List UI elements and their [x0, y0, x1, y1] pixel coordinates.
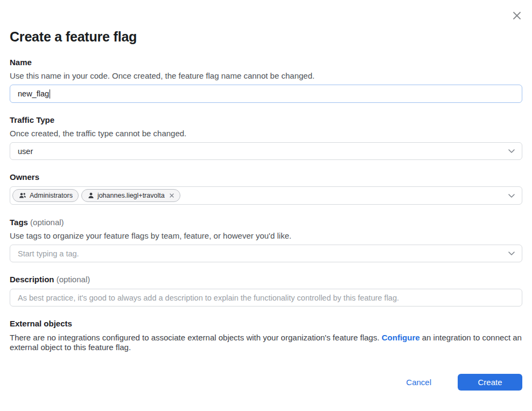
owner-chip-user[interactable]: johannes.liegl+travolta — [81, 189, 180, 202]
description-field-group: Description (optional) As best practice,… — [10, 275, 522, 306]
traffic-type-selected-value: user — [18, 147, 33, 156]
configure-link[interactable]: Configure — [382, 333, 420, 342]
person-icon — [88, 192, 94, 199]
tags-optional-hint: (optional) — [30, 218, 64, 227]
external-objects-text: There are no integrations configured to … — [10, 333, 522, 352]
traffic-type-help-text: Once created, the traffic type cannot be… — [10, 129, 522, 137]
description-label: Description (optional) — [10, 275, 522, 284]
owners-select[interactable]: Administrators johannes.liegl+travolta — [10, 186, 522, 205]
description-input[interactable]: As best practice, it's good to always ad… — [10, 289, 522, 306]
chevron-down-icon — [508, 193, 515, 198]
traffic-type-label: Traffic Type — [10, 116, 522, 124]
create-button[interactable]: Create — [458, 374, 522, 391]
name-help-text: Use this name in your code. Once created… — [10, 72, 522, 80]
group-icon — [19, 192, 26, 199]
tags-placeholder: Start typing a tag. — [18, 249, 79, 258]
traffic-type-field-group: Traffic Type Once created, the traffic t… — [10, 116, 522, 160]
tags-field-group: Tags (optional) Use tags to organize you… — [10, 218, 522, 262]
name-field-group: Name Use this name in your code. Once cr… — [10, 58, 522, 103]
traffic-type-select[interactable]: user — [10, 142, 522, 160]
chevron-down-icon — [508, 251, 515, 256]
create-feature-flag-modal: Create a feature flag Name Use this name… — [0, 0, 532, 411]
name-input[interactable]: new_flag — [10, 85, 522, 103]
tags-input[interactable]: Start typing a tag. — [10, 245, 522, 262]
owners-label: Owners — [10, 173, 522, 182]
remove-owner-button[interactable] — [169, 193, 174, 198]
tags-label: Tags (optional) — [10, 218, 522, 227]
description-optional-hint: (optional) — [57, 275, 90, 284]
external-objects-text-before: There are no integrations configured to … — [10, 333, 382, 342]
text-caret — [50, 89, 50, 99]
name-label: Name — [10, 58, 522, 67]
external-objects-label: External objects — [10, 319, 522, 328]
owners-field-group: Owners Administrators — [10, 173, 522, 205]
cancel-button[interactable]: Cancel — [406, 378, 431, 387]
owner-chip-label: Administrators — [30, 192, 73, 199]
chevron-down-icon — [508, 149, 515, 154]
name-input-value: new_flag — [18, 89, 49, 98]
close-icon — [511, 10, 523, 22]
owner-chip-administrators[interactable]: Administrators — [12, 189, 79, 202]
x-mark-icon — [169, 193, 174, 198]
modal-title: Create a feature flag — [10, 0, 522, 45]
modal-footer: Cancel Create — [10, 374, 522, 391]
external-objects-section: External objects There are no integratio… — [10, 319, 522, 352]
close-button[interactable] — [510, 9, 524, 23]
owner-chip-label: johannes.liegl+travolta — [97, 192, 165, 199]
description-placeholder: As best practice, it's good to always ad… — [18, 294, 399, 302]
tags-help-text: Use tags to organize your feature flags … — [10, 232, 522, 240]
owners-chip-list: Administrators johannes.liegl+travolta — [12, 189, 180, 202]
